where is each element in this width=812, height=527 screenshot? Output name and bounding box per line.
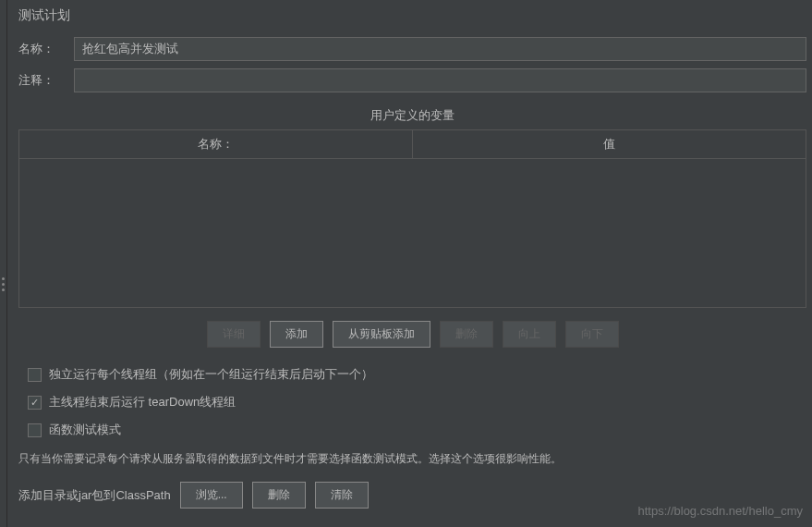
variables-section-title: 用户定义的变量 <box>13 96 812 129</box>
detail-button[interactable]: 详细 <box>207 321 261 348</box>
drag-handle-icon[interactable] <box>2 277 5 291</box>
functional-checkbox[interactable] <box>28 423 42 437</box>
functional-label: 函数测试模式 <box>49 422 121 438</box>
browse-button[interactable]: 浏览... <box>180 482 243 509</box>
up-button[interactable]: 向上 <box>503 321 556 348</box>
info-text: 只有当你需要记录每个请求从服务器取得的数据到文件时才需要选择函数测试模式。选择这… <box>13 444 812 478</box>
comment-label: 注释： <box>18 72 65 89</box>
independent-row: 独立运行每个线程组（例如在一个组运行结束后启动下一个） <box>13 361 812 388</box>
delete-button[interactable]: 删除 <box>440 321 493 348</box>
independent-checkbox[interactable] <box>28 368 42 382</box>
table-header: 名称： 值 <box>19 130 806 159</box>
independent-label: 独立运行每个线程组（例如在一个组运行结束后启动下一个） <box>49 366 373 383</box>
left-rail <box>0 0 7 527</box>
down-button[interactable]: 向下 <box>565 321 619 348</box>
teardown-checkbox[interactable] <box>28 396 42 410</box>
comment-row: 注释： <box>13 65 812 96</box>
name-input[interactable] <box>74 37 806 61</box>
teardown-label: 主线程结束后运行 tearDown线程组 <box>49 394 236 411</box>
name-row: 名称： <box>13 33 812 65</box>
watermark: https://blog.csdn.net/hello_cmy <box>638 504 804 518</box>
add-clipboard-button[interactable]: 从剪贴板添加 <box>333 321 430 348</box>
page-title: 测试计划 <box>13 0 812 33</box>
name-label: 名称： <box>18 41 65 57</box>
col-header-value[interactable]: 值 <box>413 130 806 158</box>
variables-table: 名称： 值 <box>18 129 806 308</box>
classpath-label: 添加目录或jar包到ClassPath <box>18 487 171 504</box>
table-buttons: 详细 添加 从剪贴板添加 删除 向上 向下 <box>13 308 812 361</box>
main-panel: 测试计划 名称： 注释： 用户定义的变量 名称： 值 详细 添加 从剪贴板添加 … <box>13 0 812 512</box>
clear-button[interactable]: 清除 <box>315 482 369 509</box>
comment-input[interactable] <box>74 68 806 92</box>
col-header-name[interactable]: 名称： <box>19 130 413 158</box>
classpath-delete-button[interactable]: 删除 <box>252 482 306 509</box>
add-button[interactable]: 添加 <box>270 321 323 348</box>
teardown-row: 主线程结束后运行 tearDown线程组 <box>13 388 812 416</box>
functional-row: 函数测试模式 <box>13 416 812 444</box>
table-body[interactable] <box>19 159 806 307</box>
